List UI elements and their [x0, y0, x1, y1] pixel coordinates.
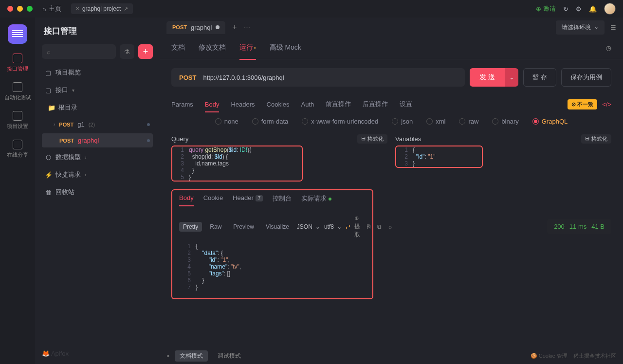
rail-api-manage[interactable]: 接口管理 [7, 54, 28, 73]
filter-button[interactable]: ⚗ [120, 44, 134, 59]
format-query-button[interactable]: ⊟ 格式化 [357, 134, 387, 144]
cookie-manage[interactable]: 🍪 Cookie 管理 [531, 352, 568, 360]
body-type-json[interactable]: json [392, 118, 413, 125]
tree-data-model[interactable]: ⬡ 数据模型 › [42, 149, 153, 165]
resp-tab-header[interactable]: Header7 [233, 194, 263, 206]
bell-icon[interactable]: 🔔 [589, 5, 597, 13]
extract-button[interactable]: ⊕ 提取 [354, 214, 360, 239]
tab-name: graphql [191, 24, 212, 31]
tab-postscript[interactable]: 后置操作 [363, 100, 388, 109]
query-editor[interactable]: 1query getShop($id: ID!){ 2 shop(id: $id… [171, 146, 303, 182]
project-tab[interactable]: × graphql project ↗ [71, 3, 133, 14]
view-visualize[interactable]: Visualize [262, 222, 293, 232]
copy-icon[interactable]: ⎘ [367, 223, 370, 230]
nav-run[interactable]: 运行• [239, 43, 256, 53]
body-type-xml[interactable]: xml [426, 118, 445, 125]
footer: « 文档模式 调试模式 🍪 Cookie 管理 稀土掘金技术社区 [160, 347, 623, 364]
home-label: 主页 [49, 4, 61, 13]
tab-auth[interactable]: Auth [301, 101, 314, 108]
variables-editor[interactable]: 1{ 2 "id": "1" 3} [395, 146, 483, 168]
save-case-button[interactable]: 保存为用例 [561, 68, 611, 87]
response-panel: Body Cookie Header7 控制台 实际请求 Pretty Raw … [171, 189, 373, 299]
project-tab-label: graphql project [82, 5, 121, 12]
body-type-formdata[interactable]: form-data [252, 118, 289, 125]
duplicate-icon[interactable]: ⧉ [377, 223, 382, 230]
chevron-down-icon: ⌄ [337, 223, 342, 230]
body-type-none[interactable]: none [215, 118, 238, 125]
collapse-icon[interactable]: « [166, 352, 170, 359]
tree-root-dir[interactable]: 📁 根目录 [42, 100, 153, 115]
model-icon: ⬡ [45, 154, 52, 161]
search-icon[interactable]: ⌕ [388, 223, 392, 230]
send-dropdown[interactable]: ⌄ [505, 68, 518, 87]
chevron-right-icon: › [54, 122, 55, 127]
close-tab-icon[interactable]: × [76, 5, 79, 12]
menu-icon[interactable]: ☰ [610, 24, 616, 31]
doc-mode-button[interactable]: 文档模式 [175, 350, 208, 362]
tree-recycle[interactable]: 🗑 回收站 [42, 184, 153, 200]
environment-selector[interactable]: 请选择环境 ⌄ [556, 20, 605, 35]
rail-share[interactable]: 在线分享 [7, 140, 28, 159]
close-window[interactable] [7, 6, 13, 12]
wrap-icon[interactable]: ⇄ [346, 223, 350, 230]
add-tab-button[interactable]: + [232, 23, 237, 32]
external-link-icon: ↗ [124, 6, 128, 12]
maximize-window[interactable] [27, 6, 33, 12]
nav-docs[interactable]: 文档 [171, 43, 185, 53]
tab-settings[interactable]: 设置 [400, 100, 412, 109]
rail-label: 在线分享 [7, 151, 28, 159]
tab-cookies[interactable]: Cookies [267, 101, 290, 108]
charset-select[interactable]: utf8 ⌄ [324, 223, 342, 230]
body-type-raw[interactable]: raw [459, 118, 478, 125]
refresh-icon[interactable]: ↻ [563, 5, 568, 13]
resp-tab-console[interactable]: 控制台 [273, 194, 292, 206]
tree-overview[interactable]: ▢ 项目概览 [42, 65, 153, 80]
settings-icon[interactable]: ⚙ [576, 5, 582, 13]
app-logo[interactable] [8, 24, 27, 44]
tree-api-root[interactable]: ▢ 接口 ▾ [42, 82, 153, 98]
user-avatar[interactable] [604, 3, 616, 15]
format-select[interactable]: JSON ⌄ [297, 223, 320, 230]
tab-params[interactable]: Params [171, 101, 193, 108]
url-input[interactable]: POST http://127.0.0.1:3006/graphql [171, 68, 465, 87]
nav-mock[interactable]: 高级 Mock [270, 43, 301, 53]
home-button[interactable]: ⌂ 主页 [42, 4, 61, 13]
body-type-graphql[interactable]: GraphQL [532, 118, 568, 125]
nav-edit-docs[interactable]: 修改文档 [199, 43, 226, 53]
inconsistent-badge[interactable]: ⊘ 不一致 [568, 99, 597, 109]
request-tab[interactable]: POST graphql [166, 21, 225, 34]
more-tabs-icon[interactable]: ⋯ [244, 24, 251, 31]
add-button[interactable]: + [138, 44, 153, 59]
rail-label: 自动化测试 [4, 94, 31, 101]
api-group-icon: ▢ [45, 87, 52, 94]
view-preview[interactable]: Preview [229, 222, 258, 232]
tab-body[interactable]: Body [205, 101, 220, 108]
tree-item-g1[interactable]: › POST g1 (2) [42, 117, 153, 131]
format-variables-button[interactable]: ⊟ 格式化 [581, 134, 611, 144]
trash-icon: 🗑 [45, 189, 52, 196]
rail-automation[interactable]: 自动化测试 [4, 82, 31, 101]
view-raw[interactable]: Raw [206, 222, 225, 232]
search-input[interactable]: ⌕ [42, 44, 116, 59]
resp-tab-actual[interactable]: 实际请求 [301, 194, 331, 206]
body-type-urlencoded[interactable]: x-www-form-urlencoded [302, 118, 378, 125]
view-pretty[interactable]: Pretty [179, 222, 202, 232]
resp-tab-cookie[interactable]: Cookie [203, 194, 223, 206]
send-button[interactable]: 发 送 [470, 68, 505, 87]
response-body[interactable]: 1{ 2 "data": { 3 "id": "1", 4 "name": "t… [172, 243, 372, 294]
tree-item-graphql[interactable]: POST graphql [42, 133, 153, 147]
debug-mode-button[interactable]: 调试模式 [213, 350, 246, 362]
tree-label: 快捷请求 [55, 170, 81, 179]
resp-tab-body[interactable]: Body [179, 194, 194, 206]
minimize-window[interactable] [17, 6, 23, 12]
tab-headers[interactable]: Headers [231, 101, 255, 108]
stash-button[interactable]: 暂 存 [523, 68, 556, 87]
body-type-binary[interactable]: binary [492, 118, 518, 125]
rail-project-settings[interactable]: 项目设置 [7, 111, 28, 130]
code-icon[interactable]: </> [602, 101, 611, 108]
tab-prescript[interactable]: 前置操作 [326, 100, 351, 109]
tree-quick-request[interactable]: ⚡ 快捷请求 › [42, 167, 153, 182]
invite-button[interactable]: ⊕ 邀请 [536, 4, 556, 13]
folder-icon: 📁 [48, 104, 55, 111]
history-icon[interactable]: ◷ [606, 44, 611, 52]
